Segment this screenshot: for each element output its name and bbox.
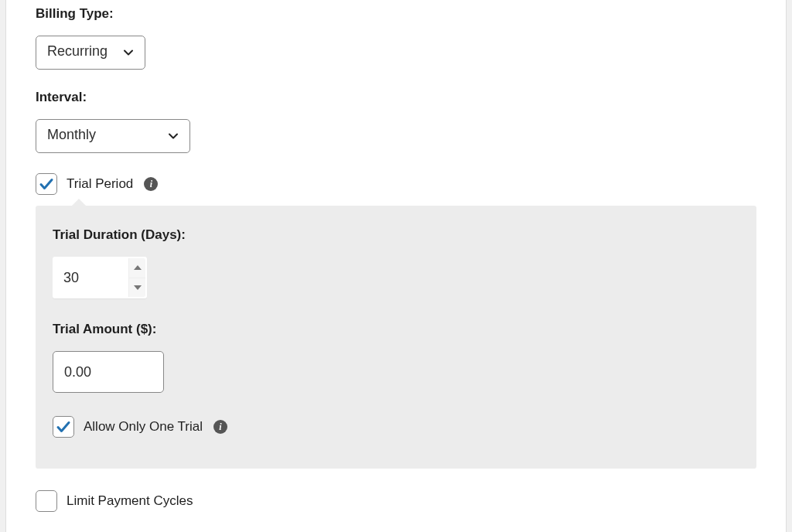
limit-cycles-row: Limit Payment Cycles: [36, 490, 756, 512]
trial-duration-wrap: [53, 257, 147, 298]
trial-duration-spinner: [128, 258, 145, 297]
allow-one-trial-label: Allow Only One Trial: [84, 419, 203, 435]
allow-one-trial-row: Allow Only One Trial i: [53, 416, 739, 438]
trial-period-checkbox[interactable]: [36, 173, 57, 195]
info-icon[interactable]: i: [144, 177, 158, 191]
trial-period-row: Trial Period i: [36, 173, 756, 195]
trial-period-label: Trial Period: [67, 176, 133, 192]
billing-type-select-wrap: Recurring: [36, 36, 145, 70]
interval-label: Interval:: [36, 90, 756, 105]
trial-duration-label: Trial Duration (Days):: [53, 227, 739, 243]
interval-select-wrap: Monthly: [36, 119, 190, 153]
info-icon[interactable]: i: [213, 420, 227, 434]
trial-period-panel: Trial Duration (Days): Trial Amount ($):…: [36, 206, 756, 469]
limit-cycles-label: Limit Payment Cycles: [67, 493, 193, 509]
settings-panel: Billing Type: Recurring Interval: Monthl…: [5, 0, 787, 532]
spinner-down-button[interactable]: [129, 278, 145, 298]
interval-select[interactable]: Monthly: [36, 119, 190, 153]
limit-cycles-checkbox[interactable]: [36, 490, 57, 512]
trial-amount-input[interactable]: [53, 351, 164, 393]
billing-type-select[interactable]: Recurring: [36, 36, 145, 70]
trial-amount-label: Trial Amount ($):: [53, 322, 739, 337]
allow-one-trial-checkbox[interactable]: [53, 416, 74, 438]
billing-type-label: Billing Type:: [36, 6, 756, 22]
spinner-up-button[interactable]: [129, 258, 145, 278]
